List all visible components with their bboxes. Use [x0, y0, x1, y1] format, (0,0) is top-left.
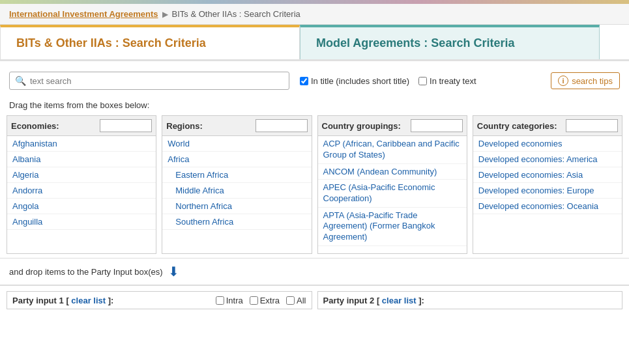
economies-listbox: Economies: Afghanistan Albania Algeria A…: [7, 115, 156, 254]
party-input-2-section: Party input 2 [ clear list ]:: [317, 291, 623, 309]
checkbox-group: In title (includes short title) In treat…: [300, 76, 476, 86]
list-item[interactable]: Africa: [162, 152, 311, 167]
country-categories-search-input[interactable]: [566, 119, 618, 132]
list-item[interactable]: ANCOM (Andean Community): [318, 164, 467, 180]
country-groupings-header: Country groupings:: [318, 116, 467, 136]
search-input-wrapper: 🔍: [9, 72, 289, 90]
list-item[interactable]: Albania: [7, 152, 156, 167]
country-categories-listbox: Country categories: Developed economies …: [473, 115, 622, 254]
country-categories-list[interactable]: Developed economies Developed economies:…: [473, 136, 622, 253]
list-item[interactable]: Algeria: [7, 167, 156, 183]
regions-listbox: Regions: World Africa Eastern Africa Mid…: [162, 115, 312, 254]
breadcrumb-link[interactable]: International Investment Agreements: [9, 9, 158, 19]
country-groupings-title: Country groupings:: [322, 121, 401, 131]
party-input-1-section: Party input 1 [ clear list ]: Intra Extr…: [7, 291, 312, 309]
list-item[interactable]: Developed economies: Europe: [473, 183, 622, 199]
drop-area: and drop items to the Party Input box(es…: [0, 258, 629, 285]
regions-header: Regions:: [162, 116, 311, 136]
all-checkbox-label[interactable]: All: [286, 296, 306, 305]
country-categories-header: Country categories:: [473, 116, 622, 136]
economies-header: Economies:: [7, 116, 156, 136]
list-item[interactable]: Developed economies: Oceania: [473, 199, 622, 214]
list-item[interactable]: Developed economies: [473, 136, 622, 152]
party-inputs: Party input 1 [ clear list ]: Intra Extr…: [0, 285, 629, 315]
list-item[interactable]: APEC (Asia-Pacific Economic Cooperation): [318, 180, 467, 208]
in-treaty-checkbox-label[interactable]: In treaty text: [418, 76, 476, 86]
search-tips-button[interactable]: i search tips: [551, 72, 620, 89]
economies-search-input[interactable]: [100, 119, 152, 132]
search-icon: 🔍: [15, 76, 26, 86]
economies-list[interactable]: Afghanistan Albania Algeria Andorra Ango…: [7, 136, 156, 253]
list-item[interactable]: ACP (African, Caribbean and Pacific Grou…: [318, 136, 467, 164]
extra-checkbox-label[interactable]: Extra: [250, 296, 280, 305]
country-categories-title: Country categories:: [477, 121, 557, 131]
list-item[interactable]: Andorra: [7, 183, 156, 199]
in-title-checkbox-label[interactable]: In title (includes short title): [300, 76, 409, 86]
all-checkbox[interactable]: [286, 296, 295, 305]
regions-title: Regions:: [166, 121, 203, 131]
extra-checkbox[interactable]: [250, 296, 258, 305]
tab-header: BITs & Other IIAs : Search Criteria Mode…: [0, 25, 629, 61]
drop-icon: ⬇: [168, 264, 179, 279]
list-item[interactable]: Developed economies: America: [473, 152, 622, 167]
tab-bits[interactable]: BITs & Other IIAs : Search Criteria: [0, 25, 300, 59]
search-area: 🔍 In title (includes short title) In tre…: [0, 61, 629, 96]
breadcrumb: International Investment Agreements ▶ BI…: [0, 4, 629, 25]
country-groupings-list[interactable]: ACP (African, Caribbean and Pacific Grou…: [318, 136, 467, 253]
intra-checkbox[interactable]: [216, 296, 224, 305]
regions-search-input[interactable]: [256, 119, 308, 132]
list-item[interactable]: APTA (Asia-Pacific Trade Agreement) (For…: [318, 208, 467, 247]
list-item[interactable]: Afghanistan: [7, 136, 156, 152]
country-groupings-listbox: Country groupings: ACP (African, Caribbe…: [317, 115, 467, 254]
party1-clear-link[interactable]: clear list: [71, 296, 106, 305]
list-item[interactable]: Southern Africa: [162, 214, 311, 230]
breadcrumb-arrow: ▶: [162, 10, 168, 19]
list-item[interactable]: Anguilla: [7, 214, 156, 230]
in-title-checkbox[interactable]: [300, 77, 308, 85]
regions-list[interactable]: World Africa Eastern Africa Middle Afric…: [162, 136, 311, 253]
economies-title: Economies:: [11, 121, 59, 131]
tab-model-agreements[interactable]: Model Agreements : Search Criteria: [300, 25, 600, 59]
party1-label: Party input 1 [ clear list ]:: [12, 296, 113, 305]
list-item[interactable]: Eastern Africa: [162, 167, 311, 183]
party2-label: Party input 2 [ clear list ]:: [323, 296, 424, 305]
country-groupings-search-input[interactable]: [411, 119, 463, 132]
list-item[interactable]: Middle Africa: [162, 183, 311, 199]
list-item[interactable]: World: [162, 136, 311, 152]
search-input[interactable]: [30, 76, 284, 86]
drag-instruction: Drag the items from the boxes below:: [0, 96, 629, 115]
intra-checkbox-label[interactable]: Intra: [216, 296, 243, 305]
listboxes-area: Economies: Afghanistan Albania Algeria A…: [0, 115, 629, 254]
list-item[interactable]: Angola: [7, 199, 156, 214]
list-item[interactable]: Developed economies: Asia: [473, 167, 622, 183]
list-item[interactable]: Northern Africa: [162, 199, 311, 214]
breadcrumb-current: BITs & Other IIAs : Search Criteria: [172, 9, 300, 19]
in-treaty-checkbox[interactable]: [418, 77, 427, 85]
party2-clear-link[interactable]: clear list: [382, 296, 417, 305]
info-icon: i: [558, 76, 568, 86]
party1-options: Intra Extra All: [216, 296, 306, 305]
